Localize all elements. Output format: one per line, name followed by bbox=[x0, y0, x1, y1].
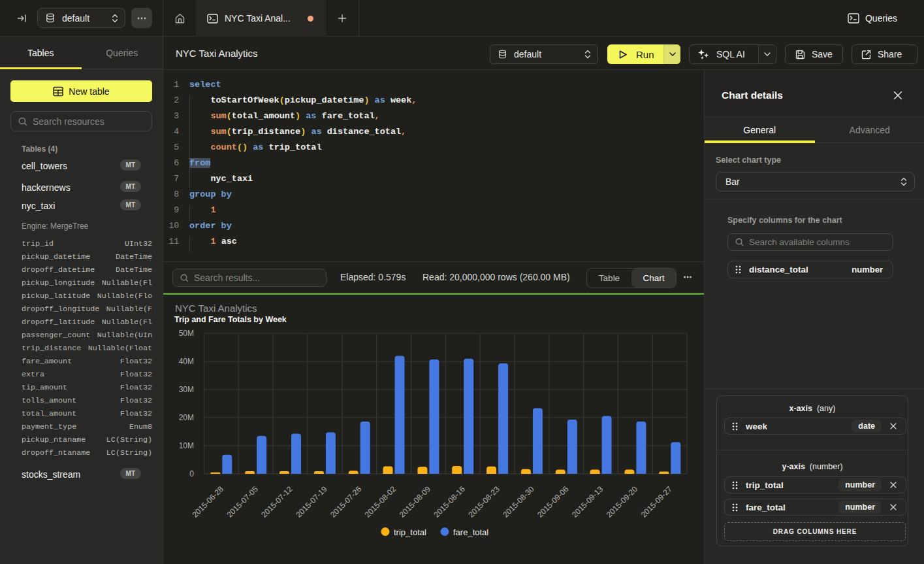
svg-text:2015-08-09: 2015-08-09 bbox=[398, 484, 433, 520]
svg-text:30M: 30M bbox=[179, 385, 194, 394]
svg-text:10M: 10M bbox=[179, 441, 194, 450]
svg-text:40M: 40M bbox=[179, 357, 194, 366]
svg-text:50M: 50M bbox=[179, 329, 194, 338]
svg-text:2015-08-30: 2015-08-30 bbox=[501, 484, 536, 520]
svg-text:2015-07-19: 2015-07-19 bbox=[294, 484, 329, 520]
svg-text:2015-09-13: 2015-09-13 bbox=[570, 484, 605, 520]
svg-text:fare_total: fare_total bbox=[453, 527, 488, 537]
svg-text:20M: 20M bbox=[179, 413, 194, 422]
svg-text:2015-08-02: 2015-08-02 bbox=[363, 484, 398, 520]
svg-text:2015-07-12: 2015-07-12 bbox=[259, 484, 295, 520]
svg-text:2015-08-23: 2015-08-23 bbox=[466, 484, 502, 520]
svg-text:2015-06-28: 2015-06-28 bbox=[191, 484, 226, 520]
svg-text:0: 0 bbox=[189, 469, 194, 478]
svg-text:2015-09-27: 2015-09-27 bbox=[639, 484, 675, 520]
svg-text:2015-09-06: 2015-09-06 bbox=[535, 484, 571, 520]
svg-text:2015-07-05: 2015-07-05 bbox=[225, 484, 261, 520]
svg-text:2015-09-20: 2015-09-20 bbox=[605, 484, 640, 520]
svg-text:trip_total: trip_total bbox=[394, 527, 426, 537]
svg-text:2015-08-16: 2015-08-16 bbox=[432, 484, 468, 520]
svg-text:2015-07-26: 2015-07-26 bbox=[328, 484, 364, 520]
